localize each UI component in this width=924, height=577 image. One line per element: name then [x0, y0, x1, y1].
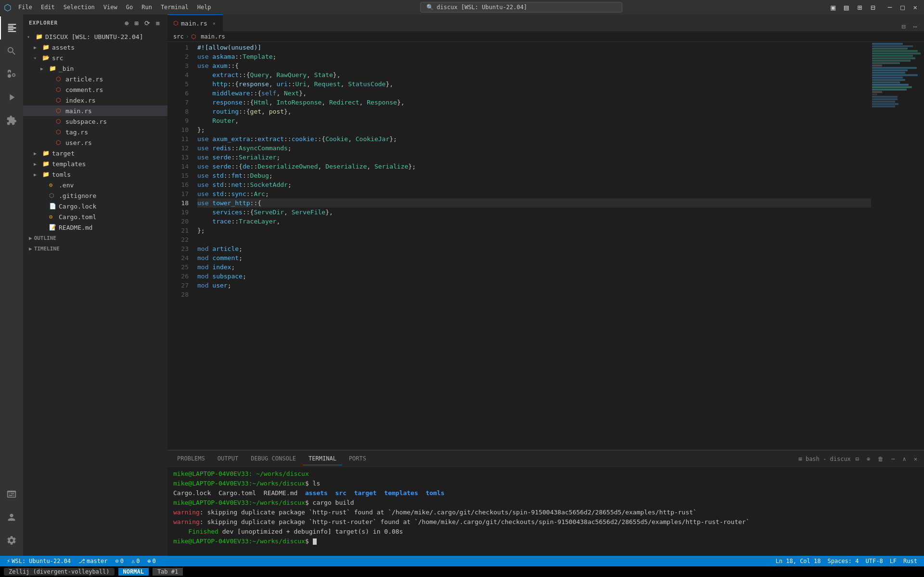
activity-extensions[interactable] [0, 109, 23, 132]
tree-item-user-rs[interactable]: ▶ ⬡ user.rs [23, 137, 167, 148]
refresh-button[interactable]: ⟳ [142, 18, 152, 28]
kill-terminal-button[interactable]: 🗑 [875, 455, 886, 463]
tree-item-bin[interactable]: ▶ 📁 _bin [23, 63, 167, 74]
sidebar-actions: ⊕ ⊞ ⟳ ≡ [123, 18, 162, 28]
zellij-session[interactable]: Zellij (divergent-volleyball) [4, 568, 115, 576]
tree-item-env[interactable]: ▶ ⚙ .env [23, 180, 167, 190]
title-bar: ⬡ File Edit Selection View Go Run Termin… [0, 0, 924, 14]
panel-more-button[interactable]: ⋯ [888, 455, 898, 463]
code-content[interactable]: #![allow(unused)] use askama::Template; … [192, 42, 871, 450]
menu-terminal[interactable]: Terminal [157, 3, 192, 12]
status-branch[interactable]: ⎇ master [76, 556, 110, 566]
split-terminal-button[interactable]: ⊟ [853, 455, 862, 463]
term-line-3: Cargo.lock Cargo.toml README.md assets s… [173, 488, 918, 498]
menu-edit[interactable]: Edit [37, 3, 59, 12]
layout-icon2: ▤ [841, 2, 852, 13]
terminal-icon: ⊞ [798, 456, 802, 462]
tree-item-cargo-lock[interactable]: ▶ 📄 Cargo.lock [23, 201, 167, 211]
file-index-icon: ⬡ [56, 97, 64, 104]
status-cursor-pos[interactable]: Ln 18, Col 18 [773, 556, 824, 566]
code-line-26: mod subspace; [197, 272, 871, 281]
tree-item-index-rs[interactable]: ▶ ⬡ index.rs [23, 95, 167, 105]
tree-item-article-rs[interactable]: ▶ ⬡ article.rs [23, 74, 167, 84]
tree-item-comment-rs[interactable]: ▶ ⬡ comment.rs [23, 84, 167, 95]
menu-go[interactable]: Go [122, 3, 137, 12]
status-encoding[interactable]: UTF-8 [863, 556, 886, 566]
tree-item-tomls[interactable]: ▶ 📁 tomls [23, 169, 167, 180]
status-remote[interactable]: ⚡ WSL: Ubuntu-22.04 [4, 556, 74, 566]
activity-account[interactable] [0, 506, 23, 529]
tree-item-subspace-rs[interactable]: ▶ ⬡ subspace.rs [23, 116, 167, 127]
tab-output[interactable]: OUTPUT [212, 452, 244, 465]
tab-terminal[interactable]: TERMINAL [303, 452, 342, 465]
zellij-tab-indicator[interactable]: Tab #1 [153, 568, 183, 576]
new-terminal-button[interactable]: ⊕ [864, 455, 873, 463]
activity-explorer[interactable] [0, 16, 23, 39]
status-eol[interactable]: LF [887, 556, 899, 566]
activity-run-debug[interactable] [0, 86, 23, 109]
tree-item-tag-rs[interactable]: ▶ ⬡ tag.rs [23, 127, 167, 137]
tab-close-button[interactable]: ✕ [211, 20, 217, 26]
file-readme-icon: 📝 [49, 224, 57, 231]
panel-maximize-button[interactable]: ∧ [900, 455, 909, 463]
close-button[interactable]: ✕ [911, 2, 920, 12]
new-file-button[interactable]: ⊕ [123, 18, 130, 28]
status-language[interactable]: Rust [900, 556, 920, 566]
tree-item-target[interactable]: ▶ 📁 target [23, 148, 167, 158]
menu-view[interactable]: View [100, 3, 121, 12]
status-errors[interactable]: ⊕ 0 [144, 556, 158, 566]
activity-settings[interactable] [0, 529, 23, 552]
search-bar-container: 🔍 discux [WSL: Ubuntu-22.04] [218, 2, 825, 13]
global-search-bar[interactable]: 🔍 discux [WSL: Ubuntu-22.04] [420, 2, 622, 13]
tab-problems[interactable]: PROBLEMS [171, 452, 211, 465]
activity-remote-explorer[interactable] [0, 483, 23, 506]
breadcrumb-src[interactable]: src [173, 33, 184, 40]
tree-item-cargo-toml[interactable]: ▶ ⚙ Cargo.toml [23, 211, 167, 222]
ln-13: 13 [167, 153, 189, 162]
tree-root[interactable]: ▾ 📁 DISCUX [WSL: UBUNTU-22.04] [23, 31, 167, 42]
breadcrumb-file[interactable]: ⬡ main.rs [191, 33, 225, 40]
tree-item-templates[interactable]: ▶ 📁 templates [23, 158, 167, 169]
menu-help[interactable]: Help [193, 3, 215, 12]
activity-search[interactable] [0, 39, 23, 63]
vscode-icon: ⬡ [4, 2, 12, 13]
timeline-section[interactable]: ▶ TIMELINE [23, 243, 167, 254]
new-folder-button[interactable]: ⊞ [132, 18, 140, 28]
status-warnings[interactable]: ⚠ 0 [128, 556, 142, 566]
menu-file[interactable]: File [14, 3, 36, 12]
ln-28: 28 [167, 290, 189, 299]
file-tag-icon: ⬡ [56, 129, 64, 135]
status-sync[interactable]: ⊙ 0 [112, 556, 126, 566]
minimize-button[interactable]: ─ [885, 2, 895, 12]
terminal-content[interactable]: mike@LAPTOP-04V0EV33: ~/works/discux mik… [167, 467, 924, 556]
panel-close-button[interactable]: ✕ [911, 455, 920, 463]
term-warning-keyword-2: warning [173, 518, 200, 525]
tab-ports[interactable]: PORTS [343, 452, 372, 465]
eol-label: LF [890, 558, 897, 564]
term-prompt-3: mike@LAPTOP-04V0EV33:~/works/discux [173, 499, 305, 506]
tree-item-gitignore[interactable]: ▶ ⬡ .gitignore [23, 190, 167, 201]
tree-item-src[interactable]: ▾ 📂 src [23, 52, 167, 63]
tab-debug-console[interactable]: DEBUG CONSOLE [245, 452, 302, 465]
outline-section[interactable]: ▶ OUTLINE [23, 233, 167, 243]
ln-16: 16 [167, 180, 189, 189]
timeline-label: TIMELINE [34, 246, 60, 252]
collapse-all-button[interactable]: ≡ [154, 18, 162, 28]
split-editor-button[interactable]: ⊟ [898, 22, 908, 31]
window-controls: ▣ ▤ ⊞ ⊟ ─ □ ✕ [828, 2, 920, 13]
more-actions-button[interactable]: ⋯ [911, 22, 920, 31]
encoding-label: UTF-8 [866, 558, 883, 564]
tree-item-readme-md[interactable]: ▶ 📝 README.md [23, 222, 167, 233]
language-label: Rust [903, 558, 917, 564]
maximize-button[interactable]: □ [898, 2, 907, 12]
code-editor[interactable]: 1 2 3 4 5 6 7 8 9 10 11 12 13 14 15 16 1 [167, 42, 924, 450]
tab-main-rs[interactable]: ⬡ main.rs ✕ [167, 14, 223, 31]
menu-selection[interactable]: Selection [60, 3, 99, 12]
file-user-icon: ⬡ [56, 139, 64, 146]
activity-source-control[interactable] [0, 63, 23, 86]
tree-item-assets[interactable]: ▶ 📁 assets [23, 42, 167, 52]
code-line-20: trace::TraceLayer, [197, 217, 871, 226]
tree-item-main-rs[interactable]: ▶ ⬡ main.rs [23, 105, 167, 116]
status-spaces[interactable]: Spaces: 4 [824, 556, 861, 566]
menu-run[interactable]: Run [138, 3, 156, 12]
